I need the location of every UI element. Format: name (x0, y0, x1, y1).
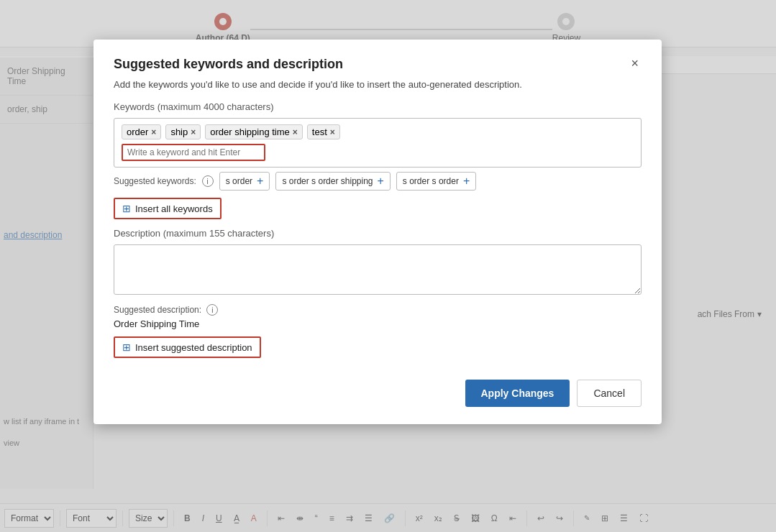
keyword-text: ship (170, 127, 188, 137)
description-label: Description (maximum 155 characters) (114, 228, 642, 239)
keyword-tag-order-shipping-time: order shipping time × (205, 124, 303, 139)
modal-close-button[interactable]: × (628, 57, 642, 70)
suggested-tag-plus-1[interactable]: + (257, 175, 263, 188)
suggested-tag-text: s order s order shipping (282, 176, 373, 186)
insert-suggested-description-button[interactable]: ⊞ Insert suggested description (114, 336, 261, 358)
keywords-tags: order × ship × order shipping time × tes… (122, 124, 634, 139)
keyword-remove-ship[interactable]: × (191, 127, 196, 137)
modal-footer: Apply Changes Cancel (114, 380, 642, 407)
keyword-remove-order[interactable]: × (151, 127, 156, 137)
modal-header: Suggested keywords and description × (114, 57, 642, 72)
keyword-tag-order: order × (122, 124, 161, 139)
keyword-text: order shipping time (210, 127, 290, 137)
modal-title: Suggested keywords and description (114, 57, 343, 72)
suggested-tag-plus-3[interactable]: + (463, 175, 470, 188)
suggested-tag-3: s order s order + (396, 172, 476, 191)
suggested-desc-info-icon[interactable]: i (206, 304, 218, 316)
keyword-input[interactable] (122, 144, 265, 161)
suggested-tag-1: s order + (219, 172, 270, 191)
suggested-keywords-label: Suggested keywords: (114, 176, 196, 186)
suggested-keywords-info-icon[interactable]: i (202, 175, 214, 187)
insert-desc-label: Insert suggested description (135, 342, 252, 353)
suggested-description-text: Order Shipping Time (114, 318, 642, 329)
insert-all-icon: ⊞ (122, 203, 131, 214)
keyword-remove-test[interactable]: × (330, 127, 335, 137)
description-textarea[interactable] (114, 244, 642, 295)
keyword-text: test (312, 127, 327, 137)
keyword-text: order (127, 127, 148, 137)
keyword-tag-test: test × (307, 124, 340, 139)
suggested-keywords-row: Suggested keywords: i s order + s order … (114, 172, 642, 191)
insert-all-keywords-button[interactable]: ⊞ Insert all keywords (114, 198, 222, 219)
suggested-tag-2: s order s order shipping + (275, 172, 390, 191)
suggested-tag-plus-2[interactable]: + (378, 175, 384, 188)
cancel-button[interactable]: Cancel (577, 380, 642, 407)
keywords-input-area: order × ship × order shipping time × tes… (114, 118, 642, 168)
modal-dialog: Suggested keywords and description × Add… (93, 40, 662, 424)
modal-subtitle: Add the keywords you'd like to use and d… (114, 79, 642, 90)
keyword-remove-order-shipping-time[interactable]: × (293, 127, 298, 137)
insert-desc-icon: ⊞ (122, 341, 131, 353)
suggested-tag-text: s order s order (403, 176, 459, 186)
apply-changes-button[interactable]: Apply Changes (465, 380, 570, 407)
keywords-label: Keywords (maximum 4000 characters) (114, 101, 642, 112)
insert-all-label: Insert all keywords (135, 203, 213, 214)
suggested-tag-text: s order (226, 176, 252, 186)
suggested-description-label-row: Suggested description: i (114, 304, 642, 316)
keyword-tag-ship: ship × (165, 124, 201, 139)
